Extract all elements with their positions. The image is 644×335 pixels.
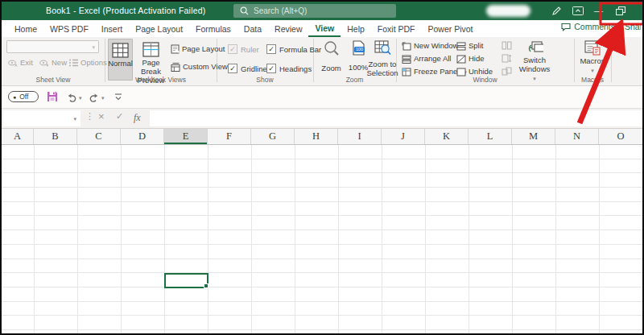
- column-header[interactable]: K: [425, 129, 469, 144]
- svg-text:100: 100: [356, 47, 363, 52]
- redo-button[interactable]: [89, 92, 100, 102]
- headings-checkbox[interactable]: ✓ Headings: [266, 64, 312, 73]
- macros-icon: [584, 40, 601, 56]
- page-break-preview-icon: [142, 42, 159, 57]
- arrange-all-icon: [402, 55, 411, 64]
- hide-button[interactable]: Hide: [456, 55, 485, 64]
- undo-dropdown-chevron-icon[interactable]: ▾: [79, 95, 82, 101]
- tab-insert[interactable]: Insert: [95, 20, 129, 37]
- active-cell-selection[interactable]: [164, 273, 208, 288]
- enter-check-icon[interactable]: ✓: [116, 111, 123, 122]
- column-header[interactable]: M: [512, 129, 555, 144]
- tab-page-layout[interactable]: Page Layout: [129, 20, 189, 37]
- column-headers: A B C D E F G H I J K L M N O: [2, 129, 642, 145]
- zoom-100-icon: 100: [351, 40, 365, 56]
- arrange-all-button[interactable]: Arrange All: [402, 55, 451, 64]
- column-header[interactable]: H: [295, 129, 338, 144]
- macros-button[interactable]: Macros ▾: [576, 40, 609, 73]
- sheet-view-options-button[interactable]: Options: [69, 59, 107, 68]
- spreadsheet-grid[interactable]: [2, 145, 642, 335]
- tab-review[interactable]: Review: [268, 20, 308, 37]
- search-box[interactable]: Search (Alt+Q): [233, 4, 396, 18]
- redo-dropdown-chevron-icon[interactable]: ▾: [101, 95, 105, 101]
- cancel-icon[interactable]: ×: [98, 110, 105, 122]
- formula-bar-drag-handle[interactable]: ⋮: [85, 111, 94, 122]
- view-side-by-side-icon[interactable]: [502, 41, 512, 50]
- checkbox-checked-icon: ✓: [266, 44, 276, 54]
- tab-formulas[interactable]: Formulas: [189, 20, 237, 37]
- save-button[interactable]: [47, 91, 58, 102]
- group-separator: [611, 39, 612, 82]
- excel-window: Book1 - Excel (Product Activation Failed…: [0, 0, 644, 335]
- switch-windows-icon: [526, 40, 543, 55]
- undo-button[interactable]: [66, 92, 77, 102]
- sheet-view-new-button[interactable]: New: [39, 59, 67, 68]
- page-layout-view-button[interactable]: Page Layout: [171, 44, 225, 54]
- group-label-show: Show: [217, 76, 313, 84]
- new-window-icon: [402, 42, 411, 51]
- tab-foxit-pdf[interactable]: Foxit PDF: [371, 20, 422, 37]
- restore-button[interactable]: [616, 6, 626, 16]
- new-window-button[interactable]: New Window: [402, 42, 458, 51]
- eye-exit-icon: [8, 59, 18, 67]
- ribbon-display-options-icon[interactable]: [572, 6, 584, 15]
- split-icon: [456, 42, 466, 51]
- column-header-active[interactable]: E: [164, 129, 208, 144]
- formula-input[interactable]: [150, 110, 642, 126]
- column-header[interactable]: F: [208, 129, 251, 144]
- comments-button[interactable]: Comments: [561, 22, 615, 31]
- customize-qat-icon[interactable]: [114, 93, 122, 101]
- search-placeholder: Search (Alt+Q): [254, 6, 307, 15]
- column-header[interactable]: L: [469, 129, 512, 144]
- column-header[interactable]: J: [382, 129, 425, 144]
- column-header[interactable]: D: [121, 129, 164, 144]
- page-layout-icon: [171, 44, 180, 54]
- tab-help[interactable]: Help: [341, 20, 371, 37]
- autosave-state-label: Off: [19, 93, 28, 101]
- draw-pen-icon[interactable]: [551, 6, 562, 16]
- formula-bar-checkbox[interactable]: ✓ Formula Bar: [266, 44, 321, 54]
- zoom-to-selection-button[interactable]: Zoom to Selection: [369, 40, 396, 78]
- split-button[interactable]: Split: [456, 42, 483, 51]
- autosave-toggle[interactable]: ● Off: [8, 91, 39, 102]
- group-label-workbook-views: Workbook Views: [105, 76, 217, 84]
- tab-data[interactable]: Data: [237, 20, 268, 37]
- minimize-button[interactable]: —: [594, 2, 603, 20]
- name-box[interactable]: ▾: [3, 110, 80, 126]
- quick-access-toolbar: ● Off ▾ ▾: [2, 86, 642, 109]
- column-header[interactable]: O: [599, 129, 642, 144]
- column-header[interactable]: B: [34, 129, 77, 144]
- tab-wps-pdf[interactable]: WPS PDF: [43, 20, 95, 37]
- tab-home[interactable]: Home: [8, 20, 43, 37]
- group-label-macros: Macros: [574, 76, 611, 84]
- column-header[interactable]: A: [2, 129, 34, 144]
- column-header[interactable]: C: [77, 129, 121, 144]
- column-header[interactable]: I: [338, 129, 382, 144]
- tab-power-pivot[interactable]: Power Pivot: [422, 20, 480, 37]
- custom-views-button[interactable]: Custom Views: [171, 63, 232, 72]
- custom-views-icon: [171, 63, 180, 72]
- toggle-knob-icon: ●: [13, 94, 16, 100]
- reset-window-position-icon[interactable]: [502, 67, 512, 76]
- column-header[interactable]: G: [251, 129, 295, 144]
- ruler-checkbox[interactable]: ✓ Ruler: [228, 44, 259, 54]
- zoom-button[interactable]: Zoom: [318, 40, 345, 73]
- formula-bar-row: ▾ ⋮ × ✓ fx: [2, 109, 642, 129]
- column-header[interactable]: N: [555, 129, 599, 144]
- group-label-zoom: Zoom: [313, 76, 396, 84]
- sheet-view-dropdown[interactable]: ▾: [6, 40, 99, 53]
- comment-bubble-icon: [561, 23, 571, 31]
- tab-view[interactable]: View: [308, 20, 341, 37]
- search-icon: [240, 6, 249, 15]
- gridlines-checkbox[interactable]: ✓ Gridlines: [228, 64, 271, 73]
- normal-view-button[interactable]: Normal: [108, 39, 133, 81]
- window-title: Book1 - Excel (Product Activation Failed…: [46, 2, 205, 20]
- share-button[interactable]: Share: [613, 22, 641, 31]
- user-account-blurred[interactable]: [486, 5, 530, 17]
- synchronous-scrolling-icon[interactable]: [502, 54, 512, 63]
- insert-function-button[interactable]: fx: [134, 112, 141, 124]
- sheet-view-exit-button[interactable]: Exit: [8, 59, 33, 68]
- ribbon-view: ▾ Exit New Options Sheet View Normal Pag…: [2, 37, 642, 86]
- share-icon: [613, 23, 622, 31]
- fill-handle[interactable]: [204, 283, 208, 288]
